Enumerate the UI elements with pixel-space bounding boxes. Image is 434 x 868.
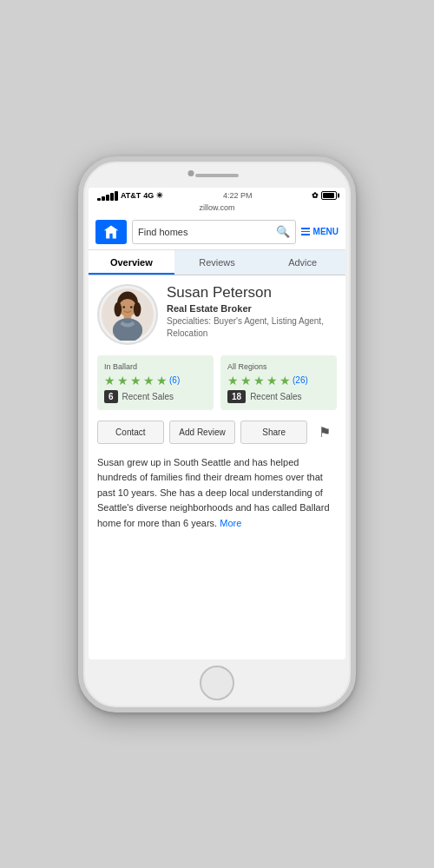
agent-title: Real Estate Broker <box>167 303 337 314</box>
camera <box>188 170 194 176</box>
time-display: 4:22 PM <box>223 191 253 200</box>
star-1: ★ <box>227 374 239 387</box>
stats-section: In Ballard ★ ★ ★ ★ ★ (6) 6 Recent Sales <box>97 355 337 410</box>
zillow-logo-svg <box>102 223 120 241</box>
avatar <box>97 284 158 345</box>
svg-point-7 <box>122 306 125 308</box>
share-button[interactable]: Share <box>240 421 307 444</box>
tab-navigation: Overview Reviews Advice <box>89 250 345 275</box>
status-left: AT&T 4G ✳ <box>97 191 163 201</box>
star-4: ★ <box>266 374 278 387</box>
carrier-label: AT&T <box>121 191 141 200</box>
all-regions-review-count[interactable]: (26) <box>293 375 308 385</box>
star-1: ★ <box>104 374 115 387</box>
ballard-stars-row: ★ ★ ★ ★ ★ (6) <box>104 374 207 387</box>
menu-button[interactable]: MENU <box>301 227 339 236</box>
stat-box-all-regions: All Regions ★ ★ ★ ★ ★ (26) 18 Recent Sal… <box>220 355 337 410</box>
tab-advice[interactable]: Advice <box>260 250 345 275</box>
all-regions-sales-row: 18 Recent Sales <box>227 390 330 403</box>
menu-icon <box>301 228 310 235</box>
tab-overview-label: Overview <box>110 257 153 268</box>
all-regions-sales-label: Recent Sales <box>250 392 301 401</box>
screen: AT&T 4G ✳ 4:22 PM ✿ zillow.com <box>89 188 345 659</box>
signal-bars <box>97 191 118 201</box>
zillow-logo <box>95 220 127 244</box>
all-regions-sales-badge: 18 <box>227 390 246 403</box>
agent-photo <box>102 288 154 341</box>
svg-point-8 <box>130 306 133 308</box>
network-label: 4G <box>143 191 154 200</box>
signal-icon: ✳ <box>156 191 163 200</box>
ballard-review-count[interactable]: (6) <box>169 375 180 385</box>
ballard-sales-label: Recent Sales <box>122 392 174 401</box>
search-box[interactable]: Find homes 🔍 <box>132 220 296 244</box>
star-3: ★ <box>130 374 141 387</box>
phone-frame: AT&T 4G ✳ 4:22 PM ✿ zillow.com <box>78 156 356 712</box>
agent-profile: Susan Peterson Real Estate Broker Specia… <box>97 284 337 345</box>
battery-fill <box>323 193 334 198</box>
action-buttons: Contact Add Review Share ⚑ <box>97 421 337 445</box>
stat-box-ballard: In Ballard ★ ★ ★ ★ ★ (6) 6 Recent Sales <box>97 355 214 410</box>
battery-indicator <box>321 191 337 200</box>
ballard-label: In Ballard <box>104 362 207 371</box>
flag-icon: ⚑ <box>319 424 331 441</box>
star-3: ★ <box>253 374 265 387</box>
all-regions-stars-row: ★ ★ ★ ★ ★ (26) <box>227 374 330 387</box>
agent-info: Susan Peterson Real Estate Broker Specia… <box>167 284 337 345</box>
tab-advice-label: Advice <box>288 257 317 268</box>
status-right: ✿ <box>312 191 337 200</box>
star-2: ★ <box>117 374 128 387</box>
star-5: ★ <box>279 374 291 387</box>
ballard-sales-row: 6 Recent Sales <box>104 390 207 403</box>
star-5: ★ <box>156 374 168 387</box>
add-review-button[interactable]: Add Review <box>169 421 236 444</box>
tab-reviews[interactable]: Reviews <box>174 250 260 275</box>
svg-point-4 <box>134 301 141 316</box>
bio-text: Susan grew up in South Seattle and has h… <box>97 455 337 532</box>
tab-reviews-label: Reviews <box>199 257 235 268</box>
menu-label[interactable]: MENU <box>313 227 339 236</box>
agent-specialties: Specialties: Buyer's Agent, Listing Agen… <box>167 315 337 340</box>
search-input-text[interactable]: Find homes <box>138 227 273 237</box>
app-header: Find homes 🔍 MENU <box>89 215 345 250</box>
url-bar: zillow.com <box>89 202 345 215</box>
bio-content: Susan grew up in South Seattle and has h… <box>97 457 330 528</box>
star-2: ★ <box>240 374 252 387</box>
svg-point-3 <box>115 301 122 316</box>
status-bar: AT&T 4G ✳ 4:22 PM ✿ <box>89 188 345 202</box>
ballard-sales-badge: 6 <box>104 390 118 403</box>
main-content: Susan Peterson Real Estate Broker Specia… <box>89 275 345 659</box>
url-text: zillow.com <box>199 203 234 212</box>
agent-name: Susan Peterson <box>167 284 337 301</box>
contact-button[interactable]: Contact <box>97 421 164 444</box>
tab-overview[interactable]: Overview <box>89 250 174 275</box>
all-regions-label: All Regions <box>227 362 330 371</box>
home-button[interactable] <box>200 666 234 700</box>
more-link[interactable]: More <box>220 518 241 528</box>
bluetooth-icon: ✿ <box>312 191 319 200</box>
flag-button[interactable]: ⚑ <box>312 421 337 445</box>
star-4: ★ <box>143 374 155 387</box>
search-icon[interactable]: 🔍 <box>276 225 290 238</box>
